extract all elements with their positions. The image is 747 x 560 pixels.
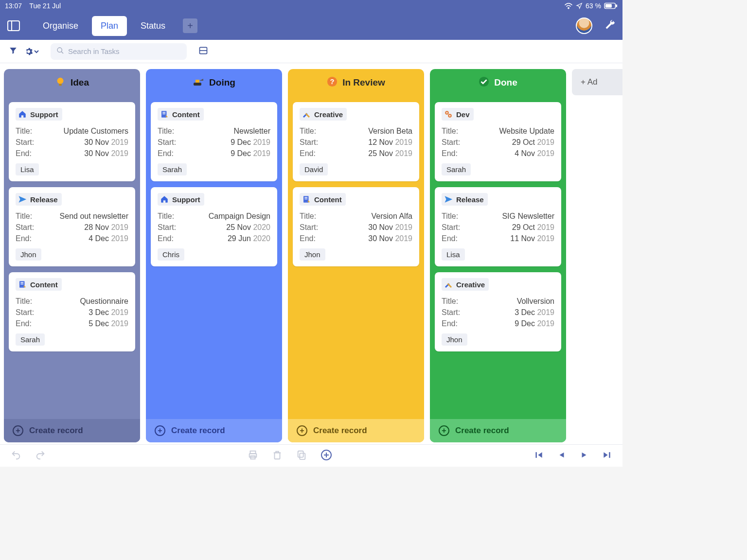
assignee-tag: Jhon xyxy=(16,248,41,261)
last-icon[interactable] xyxy=(602,450,612,462)
search-input-wrap[interactable] xyxy=(51,43,187,60)
title-value: Send out newsletter xyxy=(60,212,128,221)
sidebar-toggle-icon[interactable] xyxy=(7,20,20,32)
svg-text:?: ? xyxy=(330,77,335,85)
category-tag: Support xyxy=(16,108,62,121)
column-header[interactable]: ? In Review xyxy=(288,69,424,96)
search-input[interactable] xyxy=(68,47,181,55)
category-label: Release xyxy=(30,195,58,204)
task-card[interactable]: Content Title: Questionnaire Start: 3 De… xyxy=(9,272,135,351)
svg-rect-4 xyxy=(8,21,19,31)
svg-rect-35 xyxy=(298,451,303,457)
top-bar: Organise Plan Status + xyxy=(0,12,622,40)
column-header[interactable]: Doing xyxy=(146,69,282,96)
gear-icon[interactable] xyxy=(24,47,39,56)
start-value: 12 Nov 2019 xyxy=(368,138,412,147)
start-label: Start: xyxy=(16,223,34,232)
task-card[interactable]: Release Title: SIG Newsletter Start: 29 … xyxy=(435,187,561,266)
start-value: 25 Nov 2020 xyxy=(226,223,270,232)
redo-icon[interactable] xyxy=(35,450,46,462)
start-label: Start: xyxy=(300,223,318,232)
tab-status[interactable]: Status xyxy=(132,16,174,36)
task-card[interactable]: Creative Title: Version Beta Start: 12 N… xyxy=(293,102,419,181)
filter-icon[interactable] xyxy=(9,46,18,57)
task-card[interactable]: Content Title: Newsletter Start: 9 Dec 2… xyxy=(151,102,277,181)
start-label: Start: xyxy=(442,138,460,147)
end-label: End: xyxy=(442,319,458,328)
create-record-button[interactable]: + Create record xyxy=(4,419,140,442)
plus-circle-icon: + xyxy=(297,425,307,436)
plus-circle-icon: + xyxy=(13,425,23,436)
settings-wrench-icon[interactable] xyxy=(604,19,616,33)
add-circle-icon[interactable] xyxy=(320,449,332,463)
create-record-label: Create record xyxy=(455,426,509,436)
svg-rect-19 xyxy=(162,114,165,115)
svg-rect-2 xyxy=(605,4,612,7)
create-record-button[interactable]: + Create record xyxy=(430,419,566,442)
category-label: Support xyxy=(30,110,58,119)
add-tab-button[interactable]: + xyxy=(183,18,197,33)
category-label: Content xyxy=(30,280,58,289)
title-value: Update Customers xyxy=(64,127,128,136)
start-value: 3 Dec 2019 xyxy=(515,308,554,317)
list-view-icon[interactable] xyxy=(198,46,208,57)
svg-point-29 xyxy=(449,115,451,117)
create-record-label: Create record xyxy=(313,426,367,436)
create-record-button[interactable]: + Create record xyxy=(146,419,282,442)
column-header[interactable]: Done xyxy=(430,69,566,96)
avatar[interactable] xyxy=(576,18,592,34)
toolbar xyxy=(0,40,622,63)
trash-icon[interactable] xyxy=(272,450,283,462)
task-card[interactable]: Dev Title: Website Update Start: 29 Oct … xyxy=(435,102,561,181)
add-column-button[interactable]: + Ad xyxy=(572,69,622,95)
category-label: Creative xyxy=(456,280,485,289)
assignee-tag: Lisa xyxy=(16,163,39,175)
gears-icon xyxy=(444,109,453,119)
tab-plan[interactable]: Plan xyxy=(92,16,127,36)
assignee-tag: Sarah xyxy=(158,163,187,175)
copy-icon[interactable] xyxy=(296,450,307,462)
task-card[interactable]: Creative Title: Vollversion Start: 3 Dec… xyxy=(435,272,561,351)
svg-rect-16 xyxy=(196,80,199,83)
first-icon[interactable] xyxy=(534,450,544,462)
task-card[interactable]: Support Title: Campaign Design Start: 25… xyxy=(151,187,277,266)
create-record-label: Create record xyxy=(29,426,83,436)
prev-icon[interactable] xyxy=(557,451,566,461)
tab-organise[interactable]: Organise xyxy=(34,16,87,36)
task-card[interactable]: Content Title: Version Alfa Start: 30 No… xyxy=(293,187,419,266)
assignee-tag: Sarah xyxy=(16,333,45,346)
task-card[interactable]: Support Title: Update Customers Start: 3… xyxy=(9,102,135,181)
create-record-button[interactable]: + Create record xyxy=(288,419,424,442)
print-icon[interactable] xyxy=(248,450,258,462)
start-label: Start: xyxy=(158,223,176,232)
status-time: 13:07 xyxy=(5,2,22,10)
category-tag: Release xyxy=(16,193,62,206)
title-label: Title: xyxy=(300,127,316,136)
svg-rect-33 xyxy=(275,453,280,459)
title-value: Questionnaire xyxy=(80,297,128,306)
start-label: Start: xyxy=(16,308,34,317)
title-value: SIG Newsletter xyxy=(502,212,554,221)
undo-icon[interactable] xyxy=(11,450,21,462)
svg-rect-3 xyxy=(616,4,617,7)
wifi-icon xyxy=(564,2,573,9)
column-header[interactable]: Idea xyxy=(4,69,140,96)
dig-icon xyxy=(193,77,204,89)
start-value: 3 Dec 2019 xyxy=(89,308,128,317)
assignee-tag: Jhon xyxy=(442,333,467,346)
start-label: Start: xyxy=(442,223,460,232)
end-value: 30 Nov 2019 xyxy=(84,149,128,158)
next-icon[interactable] xyxy=(580,451,588,461)
search-icon xyxy=(56,47,64,56)
title-label: Title: xyxy=(442,212,458,221)
category-tag: Content xyxy=(300,193,346,206)
svg-point-28 xyxy=(446,112,448,114)
bottom-bar xyxy=(0,444,622,467)
column-title: Doing xyxy=(209,77,235,88)
start-value: 30 Nov 2019 xyxy=(84,138,128,147)
end-value: 11 Nov 2019 xyxy=(510,234,554,243)
battery-icon xyxy=(604,2,618,9)
start-value: 30 Nov 2019 xyxy=(368,223,412,232)
column-body: Support Title: Update Customers Start: 3… xyxy=(4,96,140,419)
task-card[interactable]: Release Title: Send out newsletter Start… xyxy=(9,187,135,266)
